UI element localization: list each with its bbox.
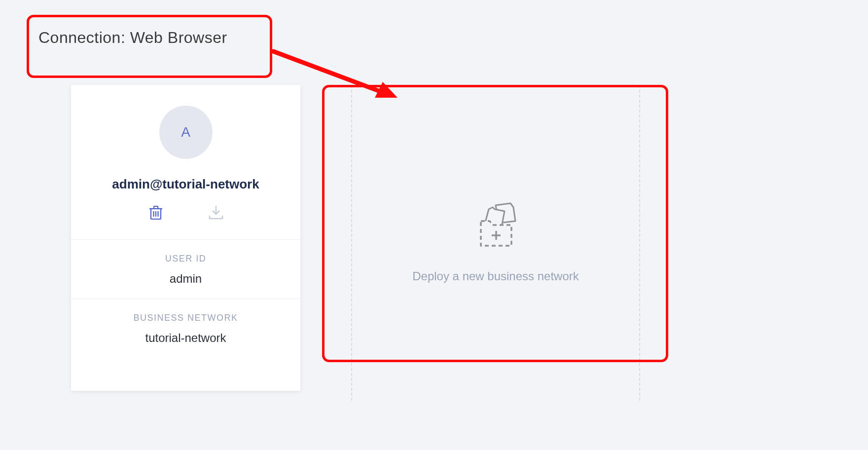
card-identity: admin@tutorial-network <box>71 177 300 192</box>
download-button[interactable] <box>208 205 224 221</box>
user-id-value: admin <box>71 272 300 286</box>
avatar: A <box>159 106 213 159</box>
download-icon <box>209 206 223 220</box>
card-action-row <box>71 205 300 240</box>
identity-card: A admin@tutorial-network USER ID admin <box>71 85 300 391</box>
trash-icon <box>149 205 162 220</box>
delete-button[interactable] <box>148 205 164 221</box>
business-network-section: BUSINESS NETWORK tutorial-network <box>71 299 300 358</box>
deploy-panel[interactable]: Deploy a new business network <box>326 85 666 401</box>
business-network-value: tutorial-network <box>71 331 300 345</box>
user-id-section: USER ID admin <box>71 240 300 299</box>
business-network-label: BUSINESS NETWORK <box>71 313 300 323</box>
avatar-letter: A <box>181 124 190 140</box>
user-id-label: USER ID <box>71 254 300 264</box>
svg-rect-5 <box>154 206 158 209</box>
deploy-label: Deploy a new business network <box>412 269 579 283</box>
connection-header: Connection: Web Browser <box>38 29 227 47</box>
deploy-folder-icon <box>466 202 525 254</box>
